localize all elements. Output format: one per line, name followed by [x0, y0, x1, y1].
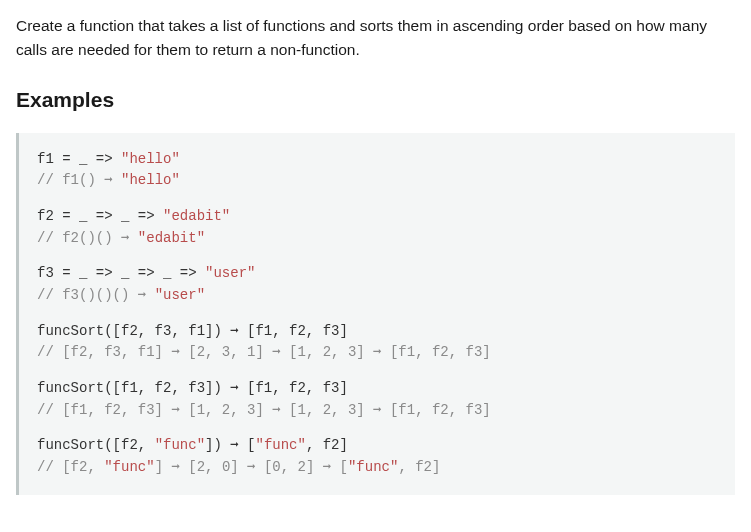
string-literal: "func": [104, 459, 154, 475]
code-text: funcSort([f2,: [37, 437, 155, 453]
string-literal: "func": [155, 437, 205, 453]
code-comment: // [f2, f3, f1] ➞ [2, 3, 1] ➞ [1, 2, 3] …: [37, 342, 717, 364]
string-literal: "user": [155, 287, 205, 303]
string-literal: "hello": [121, 172, 180, 188]
example-group-5: funcSort([f1, f2, f3]) ➞ [f1, f2, f3]// …: [37, 378, 717, 421]
code-comment: // [f1, f2, f3] ➞ [1, 2, 3] ➞ [1, 2, 3] …: [37, 400, 717, 422]
code-text: f2 = _ => _ =>: [37, 208, 163, 224]
code-text: ]) ➞ [: [205, 437, 255, 453]
code-comment: // f3()()() ➞: [37, 287, 155, 303]
code-comment: // [f2,: [37, 459, 104, 475]
string-literal: "hello": [121, 151, 180, 167]
string-literal: "func": [255, 437, 305, 453]
code-text: f3 = _ => _ => _ =>: [37, 265, 205, 281]
code-comment: ] ➞ [2, 0] ➞ [0, 2] ➞ [: [155, 459, 348, 475]
code-comment: , f2]: [398, 459, 440, 475]
string-literal: "user": [205, 265, 255, 281]
example-group-4: funcSort([f2, f3, f1]) ➞ [f1, f2, f3]// …: [37, 321, 717, 364]
code-comment: // f2()() ➞: [37, 230, 138, 246]
string-literal: "edabit": [138, 230, 205, 246]
code-text: f1 = _ =>: [37, 151, 121, 167]
examples-heading: Examples: [16, 84, 735, 117]
code-text: funcSort([f2, f3, f1]) ➞ [f1, f2, f3]: [37, 321, 717, 343]
problem-description: Create a function that takes a list of f…: [16, 14, 735, 62]
example-group-1: f1 = _ => "hello"// f1() ➞ "hello": [37, 149, 717, 192]
code-examples: f1 = _ => "hello"// f1() ➞ "hello"f2 = _…: [16, 133, 735, 495]
code-text: funcSort([f1, f2, f3]) ➞ [f1, f2, f3]: [37, 378, 717, 400]
string-literal: "func": [348, 459, 398, 475]
example-group-6: funcSort([f2, "func"]) ➞ ["func", f2]// …: [37, 435, 717, 478]
code-comment: // f1() ➞: [37, 172, 121, 188]
code-text: , f2]: [306, 437, 348, 453]
example-group-2: f2 = _ => _ => "edabit"// f2()() ➞ "edab…: [37, 206, 717, 249]
string-literal: "edabit": [163, 208, 230, 224]
example-group-3: f3 = _ => _ => _ => "user"// f3()()() ➞ …: [37, 263, 717, 306]
